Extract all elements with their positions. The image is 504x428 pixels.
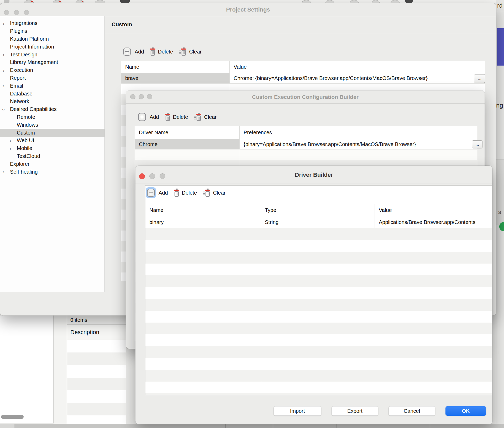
driver-builder-window: Driver Builder Add Delete Clear Name	[135, 166, 492, 424]
sidebar-item-mobile[interactable]: ›Mobile	[0, 145, 104, 152]
chevron-right-icon[interactable]: ›	[0, 20, 10, 26]
add-button-label[interactable]: Add	[135, 49, 144, 55]
clear-button-label[interactable]: Clear	[189, 49, 202, 55]
items-count-label: 0 items	[67, 315, 126, 325]
sidebar-item-custom[interactable]: Custom	[0, 129, 104, 137]
clear-button[interactable]	[194, 113, 202, 121]
add-button-label[interactable]: Add	[150, 114, 159, 120]
sidebar-item-testcloud[interactable]: TestCloud	[0, 152, 104, 160]
column-header-driver-name: Driver Name	[135, 126, 240, 139]
add-button[interactable]	[137, 111, 147, 122]
import-button[interactable]: Import	[274, 406, 321, 416]
background-text-fragment: s	[498, 209, 501, 216]
horizontal-scrollbar-thumb[interactable]	[1, 415, 24, 419]
plus-icon	[138, 113, 146, 121]
empty-table-rows	[145, 228, 492, 395]
background-left-panel	[0, 315, 54, 423]
property-name-cell[interactable]: binary	[145, 216, 261, 228]
project-settings-titlebar: Project Settings	[0, 3, 496, 16]
trash-icon	[150, 47, 156, 56]
column-header-name: Name	[121, 61, 230, 73]
chevron-right-icon[interactable]: ›	[0, 145, 17, 152]
custom-properties-toolbar: Add Delete Clear	[122, 46, 202, 57]
edit-preferences-ellipsis-button[interactable]: ...	[472, 140, 482, 148]
background-bottom-band-segment	[0, 424, 14, 428]
chevron-down-icon[interactable]: ›	[0, 106, 10, 113]
sidebar-item-katalon-platform[interactable]: Katalon Platform	[0, 35, 104, 43]
sidebar-item-desired-capabilities[interactable]: ›Desired Capabilities	[0, 105, 104, 113]
column-divider	[336, 424, 337, 428]
clear-button[interactable]	[203, 189, 211, 197]
chevron-right-icon[interactable]: ›	[0, 51, 10, 58]
property-type-cell[interactable]: String	[261, 216, 375, 228]
export-button[interactable]: Export	[332, 406, 378, 416]
sidebar-item-plugins[interactable]: Plugins	[0, 27, 104, 35]
sidebar-item-execution[interactable]: ›Execution	[0, 66, 104, 74]
delete-button[interactable]	[150, 47, 156, 56]
chevron-right-icon[interactable]: ›	[0, 83, 10, 89]
divider	[105, 33, 496, 33]
sidebar-item-integrations[interactable]: ›Integrations	[0, 19, 104, 27]
driver-builder-titlebar: Driver Builder	[135, 166, 492, 184]
driver-builder-content-panel: Add Delete Clear Name Type Value binary	[145, 185, 492, 395]
driver-preferences-cell[interactable]: {binary=Applications/Brave Browser.app/C…	[240, 139, 477, 149]
clear-trash-icon	[194, 113, 202, 121]
delete-button[interactable]	[165, 113, 171, 121]
sidebar-item-report[interactable]: Report	[0, 74, 104, 82]
background-toolbar-icon	[405, 0, 413, 3]
background-blue-bar	[497, 28, 504, 66]
add-button[interactable]	[122, 46, 132, 57]
sidebar-item-project-information[interactable]: Project Information	[0, 43, 104, 51]
description-column-header: Description	[67, 325, 126, 340]
background-text-fragment: rd	[497, 2, 502, 9]
column-header-preferences: Preferences	[240, 126, 477, 139]
sidebar-item-email[interactable]: ›Email	[0, 82, 104, 90]
window-title: Custom Execution Configuration Builder	[126, 94, 485, 100]
plus-icon	[147, 189, 155, 197]
sidebar-item-self-healing[interactable]: ›Self-healing	[0, 168, 104, 176]
table-row[interactable]: brave Chrome: {binary=Applications/Brave…	[121, 73, 485, 84]
property-name-cell[interactable]: brave	[121, 73, 230, 83]
window-title: Driver Builder	[135, 172, 492, 178]
chevron-right-icon[interactable]: ›	[0, 137, 17, 144]
ok-button[interactable]: OK	[445, 406, 486, 416]
background-toolbar-strip	[0, 0, 504, 3]
edit-value-ellipsis-button[interactable]: ...	[474, 74, 485, 83]
screen: rd ng s 0 items Description Project Sett…	[0, 0, 504, 428]
table-header-row: Name Type Value	[145, 204, 492, 216]
sidebar-item-library-management[interactable]: Library Management	[0, 58, 104, 66]
clear-button-label[interactable]: Clear	[213, 190, 225, 196]
column-divider	[225, 424, 226, 428]
property-value-cell[interactable]: Chrome: {binary=Applications/Brave Brows…	[230, 73, 485, 83]
sidebar-item-explorer[interactable]: Explorer	[0, 160, 104, 168]
add-button-label[interactable]: Add	[159, 190, 168, 196]
trash-icon	[165, 113, 171, 121]
add-button[interactable]	[146, 187, 156, 198]
background-panel-divider	[54, 315, 67, 424]
driver-name-cell[interactable]: Chrome	[135, 139, 240, 149]
plus-icon	[123, 47, 131, 56]
clear-button[interactable]	[179, 47, 187, 56]
table-row[interactable]: binary String Applications/Brave Browser…	[145, 216, 492, 228]
background-text-fragment: ng	[496, 102, 503, 109]
delete-button-label[interactable]: Delete	[173, 114, 188, 120]
property-value-cell[interactable]: Applications/Brave Browser.app/Contents	[375, 216, 492, 228]
sidebar-item-test-design[interactable]: ›Test Design	[0, 51, 104, 58]
cancel-button[interactable]: Cancel	[388, 406, 435, 416]
column-header-value: Value	[375, 204, 492, 216]
clear-button-label[interactable]: Clear	[204, 114, 217, 120]
sidebar-item-windows[interactable]: Windows	[0, 121, 104, 129]
sidebar-item-network[interactable]: Network	[0, 98, 104, 105]
chevron-right-icon[interactable]: ›	[0, 169, 10, 175]
chevron-right-icon[interactable]: ›	[0, 67, 10, 73]
delete-button[interactable]	[174, 189, 180, 197]
driver-properties-table: Name Type Value binary String Applicatio…	[145, 204, 492, 395]
delete-button-label[interactable]: Delete	[158, 49, 173, 55]
sidebar-item-remote[interactable]: Remote	[0, 113, 104, 121]
sidebar-item-web-ui[interactable]: ›Web UI	[0, 137, 104, 145]
clear-trash-icon	[179, 47, 187, 56]
table-row[interactable]: Chrome {binary=Applications/Brave Browse…	[135, 139, 477, 149]
delete-button-label[interactable]: Delete	[182, 190, 197, 196]
sidebar-item-database[interactable]: Database	[0, 90, 104, 98]
column-divider	[273, 424, 273, 428]
